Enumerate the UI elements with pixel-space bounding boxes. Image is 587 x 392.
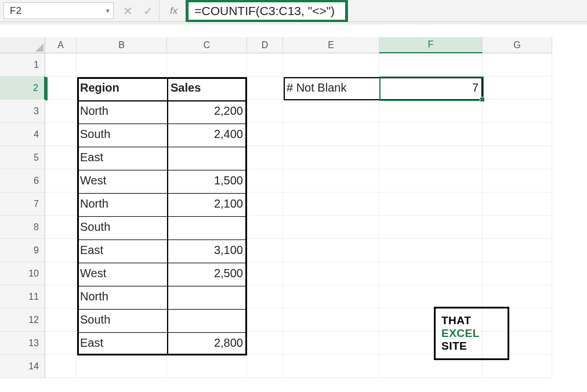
cell[interactable] [247,146,283,169]
cell[interactable] [483,262,552,285]
table-row[interactable]: East [77,332,167,355]
cell[interactable] [247,285,283,308]
cell[interactable] [283,193,379,216]
cell[interactable] [379,146,483,169]
row-header[interactable]: 14 [0,355,45,378]
cell[interactable] [247,332,283,355]
table-row[interactable]: 2,100 [167,193,247,216]
cell[interactable] [247,169,283,193]
result-value-cell[interactable]: 7 [379,77,483,100]
cell[interactable] [247,100,283,123]
row-header[interactable]: 12 [0,308,45,332]
cell[interactable] [247,193,283,216]
cell[interactable] [379,285,483,308]
table-row[interactable]: 2,400 [167,123,247,146]
cell[interactable] [379,100,483,123]
cell[interactable] [45,193,77,216]
table-row[interactable]: 3,100 [167,239,247,262]
table-row[interactable]: South [77,123,167,146]
row-header[interactable]: 8 [0,216,45,239]
cell[interactable] [45,146,77,169]
cell[interactable] [483,285,552,308]
row-header[interactable]: 3 [0,100,45,123]
row-header[interactable]: 10 [0,262,45,285]
cell[interactable] [167,53,247,77]
row-header[interactable]: 13 [0,332,45,355]
cell[interactable] [283,216,379,239]
table-row[interactable]: West [77,262,167,285]
table-row[interactable] [167,216,247,239]
cell[interactable] [45,308,77,332]
cell[interactable] [45,332,77,355]
cell[interactable] [77,355,167,378]
cell[interactable] [483,100,552,123]
row-header[interactable]: 1 [0,53,45,77]
cell[interactable] [45,216,77,239]
cell[interactable] [483,239,552,262]
table-row[interactable] [167,146,247,169]
select-all-corner[interactable] [0,37,45,53]
cell[interactable] [483,193,552,216]
table-row[interactable]: 2,500 [167,262,247,285]
cell[interactable] [483,216,552,239]
row-header[interactable]: 11 [0,285,45,308]
cell[interactable] [247,53,283,77]
cell[interactable] [45,262,77,285]
table-row[interactable] [167,308,247,332]
cell[interactable] [283,146,379,169]
table-row[interactable]: West [77,169,167,193]
table-row[interactable]: South [77,308,167,332]
col-header-f[interactable]: F [379,37,483,53]
table-row[interactable]: East [77,239,167,262]
cell[interactable] [247,308,283,332]
cell[interactable] [283,262,379,285]
cell[interactable] [45,285,77,308]
row-header[interactable]: 6 [0,169,45,193]
cancel-icon[interactable]: ✕ [123,4,133,18]
chevron-down-icon[interactable]: ▾ [106,7,110,14]
cell[interactable] [247,262,283,285]
col-header-e[interactable]: E [283,37,379,53]
cell[interactable] [247,239,283,262]
cell[interactable] [77,53,167,77]
cell[interactable] [283,332,379,355]
worksheet[interactable]: A B C D E F G 1 2 Region Sales # Not Bla… [0,37,587,378]
cell[interactable] [379,123,483,146]
cell[interactable] [483,77,552,100]
cell[interactable] [45,355,77,378]
cell[interactable] [167,355,247,378]
cell[interactable] [45,239,77,262]
row-header[interactable]: 9 [0,239,45,262]
row-header[interactable]: 4 [0,123,45,146]
cell[interactable] [379,262,483,285]
cell[interactable] [247,123,283,146]
fx-label[interactable]: fx [159,0,186,21]
table-row[interactable]: North [77,193,167,216]
table-row[interactable]: South [77,216,167,239]
col-header-a[interactable]: A [45,37,77,53]
row-header[interactable]: 2 [0,77,45,100]
cell[interactable] [45,77,77,100]
table-row[interactable]: North [77,285,167,308]
table-row[interactable]: 1,500 [167,169,247,193]
formula-input-highlight[interactable]: =COUNTIF(C3:C13, "<>") [186,0,348,23]
cell[interactable] [283,239,379,262]
cell[interactable] [483,146,552,169]
cell[interactable] [483,169,552,193]
table-row[interactable]: East [77,146,167,169]
cell[interactable] [283,53,379,77]
table-row[interactable]: 2,200 [167,100,247,123]
cell[interactable] [45,100,77,123]
cell[interactable] [283,355,379,378]
cell[interactable] [379,216,483,239]
cell[interactable] [483,123,552,146]
cell[interactable] [247,77,283,100]
cell[interactable] [379,193,483,216]
row-header[interactable]: 5 [0,146,45,169]
table-row[interactable] [167,285,247,308]
col-header-c[interactable]: C [167,37,247,53]
cell[interactable] [283,100,379,123]
cell[interactable] [283,308,379,332]
cell[interactable] [247,355,283,378]
cell[interactable] [45,123,77,146]
